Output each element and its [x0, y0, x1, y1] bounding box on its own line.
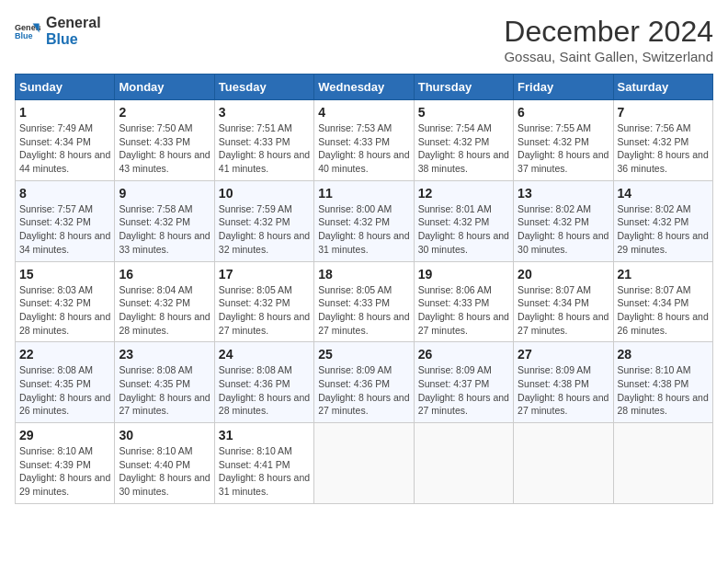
- day-number: 24: [219, 347, 310, 362]
- day-details: Sunrise: 7:59 AMSunset: 4:32 PMDaylight:…: [219, 202, 310, 257]
- calendar-cell: 3Sunrise: 7:51 AMSunset: 4:33 PMDaylight…: [214, 100, 313, 181]
- day-number: 23: [119, 347, 210, 362]
- calendar-cell: 7Sunrise: 7:56 AMSunset: 4:32 PMDaylight…: [613, 100, 712, 181]
- weekday-header-row: SundayMondayTuesdayWednesdayThursdayFrid…: [16, 75, 713, 100]
- day-number: 6: [518, 105, 609, 120]
- calendar-cell: [514, 423, 613, 504]
- day-details: Sunrise: 8:09 AMSunset: 4:38 PMDaylight:…: [518, 363, 609, 418]
- weekday-header-friday: Friday: [514, 75, 613, 100]
- day-number: 13: [518, 186, 609, 201]
- day-number: 3: [219, 105, 310, 120]
- calendar-cell: 16Sunrise: 8:04 AMSunset: 4:32 PMDayligh…: [115, 261, 214, 342]
- calendar-cell: 18Sunrise: 8:05 AMSunset: 4:33 PMDayligh…: [314, 261, 414, 342]
- day-number: 25: [318, 347, 409, 362]
- weekday-header-thursday: Thursday: [414, 75, 513, 100]
- day-number: 8: [19, 186, 110, 201]
- day-number: 15: [19, 267, 110, 282]
- calendar-cell: [613, 423, 712, 504]
- calendar-cell: 2Sunrise: 7:50 AMSunset: 4:33 PMDaylight…: [115, 100, 214, 181]
- day-number: 31: [219, 428, 310, 442]
- calendar-week-row: 1Sunrise: 7:49 AMSunset: 4:34 PMDaylight…: [16, 100, 713, 181]
- weekday-header-wednesday: Wednesday: [314, 75, 414, 100]
- logo-blue: Blue: [46, 31, 101, 48]
- day-details: Sunrise: 8:07 AMSunset: 4:34 PMDaylight:…: [518, 283, 609, 338]
- logo-icon: General Blue: [15, 18, 40, 44]
- logo: General Blue General Blue: [15, 15, 101, 47]
- day-number: 18: [318, 267, 409, 282]
- weekday-header-monday: Monday: [115, 75, 214, 100]
- day-details: Sunrise: 8:03 AMSunset: 4:32 PMDaylight:…: [19, 283, 110, 338]
- calendar-cell: 17Sunrise: 8:05 AMSunset: 4:32 PMDayligh…: [214, 261, 313, 342]
- weekday-header-sunday: Sunday: [16, 75, 115, 100]
- day-details: Sunrise: 7:54 AMSunset: 4:32 PMDaylight:…: [418, 121, 509, 176]
- calendar-cell: 15Sunrise: 8:03 AMSunset: 4:32 PMDayligh…: [16, 261, 115, 342]
- day-number: 5: [418, 105, 509, 120]
- day-details: Sunrise: 8:10 AMSunset: 4:40 PMDaylight:…: [119, 444, 210, 499]
- day-number: 9: [119, 186, 210, 201]
- day-details: Sunrise: 8:10 AMSunset: 4:38 PMDaylight:…: [618, 363, 709, 418]
- calendar-cell: 13Sunrise: 8:02 AMSunset: 4:32 PMDayligh…: [514, 180, 613, 261]
- day-number: 26: [418, 347, 509, 362]
- weekday-header-saturday: Saturday: [613, 75, 712, 100]
- title-section: December 2024 Gossau, Saint Gallen, Swit…: [504, 15, 713, 64]
- calendar-cell: 5Sunrise: 7:54 AMSunset: 4:32 PMDaylight…: [414, 100, 513, 181]
- weekday-header-tuesday: Tuesday: [214, 75, 313, 100]
- day-details: Sunrise: 8:08 AMSunset: 4:35 PMDaylight:…: [119, 363, 210, 418]
- day-number: 22: [19, 347, 110, 362]
- day-details: Sunrise: 8:10 AMSunset: 4:39 PMDaylight:…: [19, 444, 110, 499]
- day-number: 4: [318, 105, 409, 120]
- calendar-cell: 19Sunrise: 8:06 AMSunset: 4:33 PMDayligh…: [414, 261, 513, 342]
- calendar-week-row: 22Sunrise: 8:08 AMSunset: 4:35 PMDayligh…: [16, 342, 713, 423]
- calendar-cell: 27Sunrise: 8:09 AMSunset: 4:38 PMDayligh…: [514, 342, 613, 423]
- day-details: Sunrise: 8:08 AMSunset: 4:35 PMDaylight:…: [19, 363, 110, 418]
- calendar-cell: 24Sunrise: 8:08 AMSunset: 4:36 PMDayligh…: [214, 342, 313, 423]
- day-number: 12: [418, 186, 509, 201]
- calendar-cell: 4Sunrise: 7:53 AMSunset: 4:33 PMDaylight…: [314, 100, 414, 181]
- day-details: Sunrise: 7:50 AMSunset: 4:33 PMDaylight:…: [119, 121, 210, 176]
- calendar-cell: 25Sunrise: 8:09 AMSunset: 4:36 PMDayligh…: [314, 342, 414, 423]
- day-details: Sunrise: 8:05 AMSunset: 4:32 PMDaylight:…: [219, 283, 310, 338]
- day-number: 10: [219, 186, 310, 201]
- calendar-cell: 9Sunrise: 7:58 AMSunset: 4:32 PMDaylight…: [115, 180, 214, 261]
- day-details: Sunrise: 7:49 AMSunset: 4:34 PMDaylight:…: [19, 121, 110, 176]
- calendar-cell: 1Sunrise: 7:49 AMSunset: 4:34 PMDaylight…: [16, 100, 115, 181]
- day-number: 2: [119, 105, 210, 120]
- calendar-week-row: 8Sunrise: 7:57 AMSunset: 4:32 PMDaylight…: [16, 180, 713, 261]
- day-number: 16: [119, 267, 210, 282]
- calendar-cell: 20Sunrise: 8:07 AMSunset: 4:34 PMDayligh…: [514, 261, 613, 342]
- day-details: Sunrise: 8:08 AMSunset: 4:36 PMDaylight:…: [219, 363, 310, 418]
- day-details: Sunrise: 8:07 AMSunset: 4:34 PMDaylight:…: [618, 283, 709, 338]
- day-details: Sunrise: 7:55 AMSunset: 4:32 PMDaylight:…: [518, 121, 609, 176]
- day-number: 19: [418, 267, 509, 282]
- day-details: Sunrise: 8:02 AMSunset: 4:32 PMDaylight:…: [518, 202, 609, 257]
- svg-text:Blue: Blue: [15, 31, 33, 40]
- day-details: Sunrise: 8:00 AMSunset: 4:32 PMDaylight:…: [318, 202, 409, 257]
- calendar-title: December 2024: [504, 15, 713, 49]
- calendar-cell: [414, 423, 513, 504]
- day-details: Sunrise: 8:06 AMSunset: 4:33 PMDaylight:…: [418, 283, 509, 338]
- day-number: 20: [518, 267, 609, 282]
- day-details: Sunrise: 8:09 AMSunset: 4:37 PMDaylight:…: [418, 363, 509, 418]
- day-details: Sunrise: 7:58 AMSunset: 4:32 PMDaylight:…: [119, 202, 210, 257]
- day-number: 27: [518, 347, 609, 362]
- calendar-subtitle: Gossau, Saint Gallen, Switzerland: [504, 49, 713, 64]
- day-number: 30: [119, 428, 210, 442]
- calendar-body: 1Sunrise: 7:49 AMSunset: 4:34 PMDaylight…: [16, 100, 713, 504]
- calendar-cell: 30Sunrise: 8:10 AMSunset: 4:40 PMDayligh…: [115, 423, 214, 504]
- calendar-cell: 8Sunrise: 7:57 AMSunset: 4:32 PMDaylight…: [16, 180, 115, 261]
- calendar-cell: 12Sunrise: 8:01 AMSunset: 4:32 PMDayligh…: [414, 180, 513, 261]
- day-number: 21: [618, 267, 709, 282]
- day-number: 17: [219, 267, 310, 282]
- calendar-cell: 31Sunrise: 8:10 AMSunset: 4:41 PMDayligh…: [214, 423, 313, 504]
- calendar-week-row: 29Sunrise: 8:10 AMSunset: 4:39 PMDayligh…: [16, 423, 713, 504]
- day-details: Sunrise: 8:01 AMSunset: 4:32 PMDaylight:…: [418, 202, 509, 257]
- calendar-cell: 6Sunrise: 7:55 AMSunset: 4:32 PMDaylight…: [514, 100, 613, 181]
- day-details: Sunrise: 7:51 AMSunset: 4:33 PMDaylight:…: [219, 121, 310, 176]
- day-details: Sunrise: 8:05 AMSunset: 4:33 PMDaylight:…: [318, 283, 409, 338]
- day-number: 14: [618, 186, 709, 201]
- calendar-cell: 28Sunrise: 8:10 AMSunset: 4:38 PMDayligh…: [613, 342, 712, 423]
- day-number: 7: [618, 105, 709, 120]
- day-number: 1: [19, 105, 110, 120]
- day-details: Sunrise: 8:10 AMSunset: 4:41 PMDaylight:…: [219, 444, 310, 499]
- day-details: Sunrise: 8:02 AMSunset: 4:32 PMDaylight:…: [618, 202, 709, 257]
